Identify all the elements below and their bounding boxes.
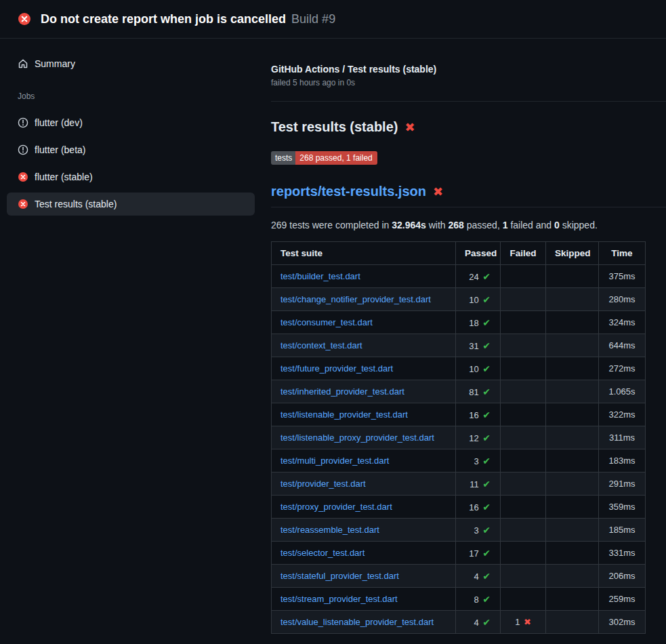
test-suite-cell: test/multi_provider_test.dart	[272, 449, 456, 472]
run-title: Do not create report when job is cancell…	[41, 12, 286, 26]
time-cell: 280ms	[599, 288, 646, 311]
col-header-failed: Failed	[501, 242, 546, 265]
test-suite-link[interactable]: test/inherited_provider_test.dart	[280, 386, 404, 397]
test-suite-cell: test/builder_test.dart	[272, 265, 456, 288]
passed-cell: 10 ✔	[456, 357, 501, 380]
badge-label: tests	[271, 151, 295, 165]
test-suite-cell: test/listenable_proxy_provider_test.dart	[272, 426, 456, 449]
badge-value: 268 passed, 1 failed	[295, 151, 377, 165]
passed-cell: 4 ✔	[456, 565, 501, 588]
check-icon: ✔	[482, 502, 491, 512]
test-suite-cell: test/listenable_provider_test.dart	[272, 403, 456, 426]
check-icon: ✔	[482, 525, 491, 536]
table-row: test/listenable_proxy_provider_test.dart…	[272, 426, 646, 449]
cross-icon: ✖	[524, 617, 531, 627]
table-row: test/value_listenable_provider_test.dart…	[272, 611, 646, 634]
failed-cell	[501, 472, 546, 496]
time-cell: 272ms	[599, 357, 646, 380]
test-suite-link[interactable]: test/change_notifier_provider_test.dart	[280, 294, 431, 304]
run-title-line: Do not create report when job is cancell…	[41, 12, 335, 26]
test-suite-link[interactable]: test/proxy_provider_test.dart	[280, 502, 392, 512]
divider	[271, 101, 666, 102]
passed-cell: 8 ✔	[456, 588, 501, 611]
passed-cell: 31 ✔	[456, 334, 501, 357]
test-suite-cell: test/selector_test.dart	[272, 542, 456, 565]
skipped-cell	[546, 357, 599, 380]
test-suite-link[interactable]: test/listenable_proxy_provider_test.dart	[280, 432, 434, 443]
table-row: test/consumer_test.dart18 ✔324ms	[272, 311, 646, 334]
failed-cell: 1 ✖	[501, 611, 546, 634]
test-suite-link[interactable]: test/stateful_provider_test.dart	[280, 571, 399, 581]
skipped-cell	[546, 449, 599, 472]
table-row: test/future_provider_test.dart10 ✔272ms	[272, 357, 646, 380]
col-header-test-suite: Test suite	[272, 242, 456, 265]
skipped-cell	[546, 334, 599, 357]
check-icon: ✔	[482, 340, 491, 351]
time-cell: 331ms	[599, 542, 646, 565]
passed-cell: 16 ✔	[456, 496, 501, 519]
home-icon	[18, 58, 28, 69]
table-row: test/context_test.dart31 ✔644ms	[272, 334, 646, 357]
breadcrumb: GitHub Actions / Test results (stable)	[271, 64, 666, 75]
run-meta: failed 5 hours ago in 0s	[271, 78, 666, 87]
test-suite-link[interactable]: test/provider_test.dart	[280, 479, 366, 489]
report-title: reports/test-results.json ✖	[271, 184, 666, 207]
passed-cell: 12 ✔	[456, 426, 501, 449]
test-suite-link[interactable]: test/context_test.dart	[280, 340, 362, 350]
check-icon: ✔	[482, 271, 491, 282]
check-icon: ✔	[482, 317, 491, 328]
sidebar-item-label: flutter (beta)	[35, 144, 85, 155]
table-row: test/reassemble_test.dart3 ✔185ms	[272, 519, 646, 542]
time-cell: 185ms	[599, 519, 646, 542]
test-suite-cell: test/future_provider_test.dart	[272, 357, 456, 380]
passed-cell: 11 ✔	[456, 472, 501, 496]
failed-cell	[501, 403, 546, 426]
sidebar-item-flutter-beta[interactable]: flutter (beta)	[7, 138, 255, 161]
table-row: test/multi_provider_test.dart3 ✔183ms	[272, 449, 646, 472]
sidebar-item-summary[interactable]: Summary	[7, 52, 255, 75]
check-icon: ✔	[482, 617, 491, 628]
sidebar-item-test-results-stable[interactable]: Test results (stable)	[7, 193, 255, 216]
test-suite-cell: test/proxy_provider_test.dart	[272, 496, 456, 519]
skipped-cell	[546, 611, 599, 634]
sidebar-item-flutter-dev[interactable]: flutter (dev)	[7, 111, 255, 134]
results-table-body: test/builder_test.dart24 ✔375mstest/chan…	[272, 265, 646, 634]
skipped-cell	[546, 403, 599, 426]
test-suite-link[interactable]: test/consumer_test.dart	[280, 317, 373, 327]
sidebar-item-label: flutter (dev)	[35, 117, 83, 128]
table-row: test/change_notifier_provider_test.dart1…	[272, 288, 646, 311]
test-suite-link[interactable]: test/multi_provider_test.dart	[280, 456, 389, 466]
test-suite-link[interactable]: test/value_listenable_provider_test.dart	[280, 617, 434, 627]
job-failed-icon	[18, 199, 28, 209]
section-title: Test results (stable) ✖	[271, 119, 666, 135]
test-suite-cell: test/consumer_test.dart	[272, 311, 456, 334]
col-header-skipped: Skipped	[546, 242, 599, 265]
report-title-link[interactable]: reports/test-results.json	[271, 184, 426, 199]
test-suite-link[interactable]: test/builder_test.dart	[280, 271, 360, 281]
time-cell: 1.065s	[599, 380, 646, 403]
test-suite-link[interactable]: test/listenable_provider_test.dart	[280, 409, 408, 420]
table-row: test/provider_test.dart11 ✔291ms	[272, 472, 646, 496]
check-icon: ✔	[482, 294, 491, 305]
job-warning-icon	[18, 144, 28, 155]
time-cell: 375ms	[599, 265, 646, 288]
table-row: test/builder_test.dart24 ✔375ms	[272, 265, 646, 288]
time-cell: 324ms	[599, 311, 646, 334]
table-header-row: Test suite Passed Failed Skipped Time	[272, 242, 646, 265]
check-icon: ✔	[482, 363, 491, 374]
time-cell: 183ms	[599, 449, 646, 472]
passed-cell: 4 ✔	[456, 611, 501, 634]
failed-cell	[501, 334, 546, 357]
jobs-section-label: Jobs	[18, 92, 255, 102]
test-suite-link[interactable]: test/stream_provider_test.dart	[280, 594, 398, 604]
test-suite-link[interactable]: test/selector_test.dart	[280, 548, 365, 558]
test-suite-link[interactable]: test/future_provider_test.dart	[280, 363, 393, 374]
failed-cell	[501, 265, 546, 288]
failed-x-icon: ✖	[433, 186, 443, 198]
test-suite-link[interactable]: test/reassemble_test.dart	[280, 525, 379, 535]
failed-cell	[501, 496, 546, 519]
col-header-passed: Passed	[456, 242, 501, 265]
sidebar-item-flutter-stable[interactable]: flutter (stable)	[7, 165, 255, 188]
failed-cell	[501, 380, 546, 403]
failed-cell	[501, 519, 546, 542]
